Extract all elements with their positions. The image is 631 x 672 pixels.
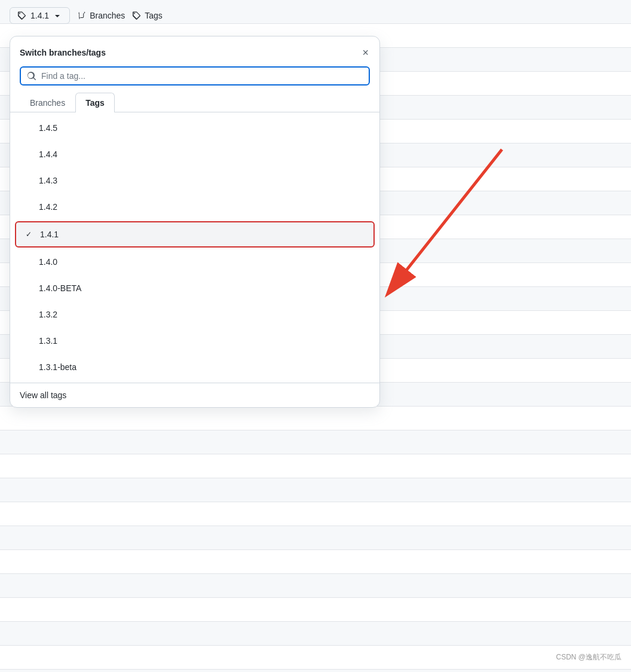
dropdown-popup-container: Switch branches/tags × Branches Tags bbox=[10, 36, 380, 408]
top-bar: 1.4.1 Branches Tags bbox=[0, 0, 631, 31]
search-icon bbox=[27, 71, 36, 81]
check-icon-1-3-1-beta bbox=[24, 363, 34, 371]
close-button[interactable]: × bbox=[361, 46, 370, 59]
tag-label-1-3-2: 1.3.2 bbox=[39, 310, 57, 319]
tag-label-1-3-1-beta: 1.3.1-beta bbox=[39, 362, 76, 372]
search-input-wrapper bbox=[20, 66, 370, 85]
tag-label-1-4-2: 1.4.2 bbox=[39, 202, 57, 212]
watermark: CSDN @逸航不吃瓜 bbox=[556, 652, 621, 662]
check-icon-1-4-0 bbox=[24, 258, 34, 266]
tag-label-1-4-0: 1.4.0 bbox=[39, 257, 57, 267]
tag-list: 1.4.5 1.4.4 1.4.3 1.4.2 ✓ 1.4.1 1.4.0 bbox=[10, 112, 379, 383]
popup-header: Switch branches/tags × bbox=[10, 36, 379, 66]
view-all-tags-link[interactable]: View all tags bbox=[20, 390, 66, 400]
tag-label-1-3-1: 1.3.1 bbox=[39, 336, 57, 346]
tag-item-1-3-2[interactable]: 1.3.2 bbox=[10, 301, 379, 328]
tag-label-1-4-3: 1.4.3 bbox=[39, 176, 57, 185]
tags-label: Tags bbox=[145, 11, 163, 20]
check-icon-1-4-0-beta bbox=[24, 284, 34, 292]
tag-label-1-4-4: 1.4.4 bbox=[39, 149, 57, 159]
check-icon-1-3-2 bbox=[24, 310, 34, 319]
version-dropdown-button[interactable]: 1.4.1 bbox=[10, 7, 70, 24]
check-icon-1-3-1 bbox=[24, 337, 34, 345]
tab-tags[interactable]: Tags bbox=[75, 93, 115, 112]
tags-nav-link[interactable]: Tags bbox=[132, 11, 163, 20]
tag-item-1-4-0[interactable]: 1.4.0 bbox=[10, 249, 379, 275]
version-label: 1.4.1 bbox=[30, 11, 49, 20]
tag-item-1-4-4[interactable]: 1.4.4 bbox=[10, 141, 379, 167]
tabs-row: Branches Tags bbox=[10, 93, 379, 112]
branches-nav-link[interactable]: Branches bbox=[77, 11, 125, 20]
tag-label-1-4-0-beta: 1.4.0-BETA bbox=[39, 283, 81, 293]
popup-title: Switch branches/tags bbox=[20, 48, 106, 57]
tab-branches[interactable]: Branches bbox=[20, 93, 75, 112]
branch-tag-dropdown: Switch branches/tags × Branches Tags bbox=[10, 36, 380, 408]
tag-label-1-4-5: 1.4.5 bbox=[39, 123, 57, 133]
tag-item-1-4-0-beta[interactable]: 1.4.0-BETA bbox=[10, 275, 379, 301]
chevron-down-icon bbox=[53, 11, 62, 20]
tag-icon bbox=[17, 11, 27, 20]
tag-item-1-4-2[interactable]: 1.4.2 bbox=[10, 194, 379, 220]
tags-icon bbox=[132, 11, 142, 20]
tag-item-1-4-3[interactable]: 1.4.3 bbox=[10, 167, 379, 194]
search-container bbox=[10, 66, 379, 93]
branch-icon bbox=[77, 11, 87, 20]
check-icon-1-4-4 bbox=[24, 150, 34, 158]
search-input[interactable] bbox=[41, 71, 363, 81]
tag-item-1-4-5[interactable]: 1.4.5 bbox=[10, 115, 379, 141]
check-icon-1-4-5 bbox=[24, 124, 34, 132]
tag-item-1-3-1-beta[interactable]: 1.3.1-beta bbox=[10, 354, 379, 380]
tag-item-1-3-1[interactable]: 1.3.1 bbox=[10, 328, 379, 354]
popup-footer: View all tags bbox=[10, 383, 379, 407]
branches-label: Branches bbox=[90, 11, 125, 20]
tag-label-1-4-1: 1.4.1 bbox=[40, 230, 59, 239]
tag-item-1-4-1[interactable]: ✓ 1.4.1 bbox=[15, 221, 375, 248]
check-icon-1-4-1: ✓ bbox=[26, 230, 35, 239]
check-icon-1-4-3 bbox=[24, 176, 34, 185]
check-icon-1-4-2 bbox=[24, 203, 34, 211]
